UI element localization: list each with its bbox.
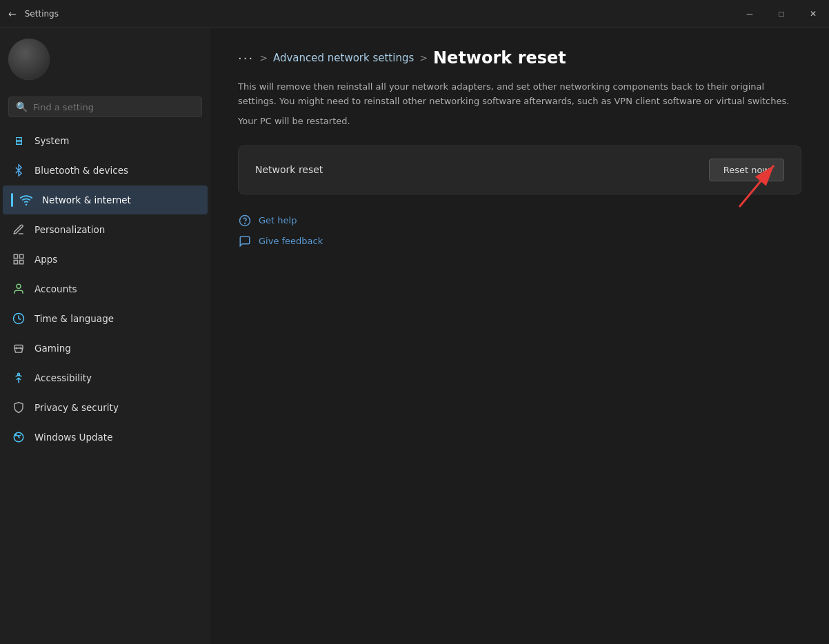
- network-icon: [19, 192, 34, 208]
- sidebar-item-apps[interactable]: Apps: [3, 245, 208, 274]
- sidebar-item-label: System: [34, 135, 69, 146]
- search-icon: 🔍: [16, 101, 28, 112]
- sidebar-item-label: Apps: [34, 254, 57, 265]
- avatar: [8, 39, 50, 80]
- main-sub-description: Your PC will be restarted.: [238, 116, 801, 126]
- time-icon: [11, 311, 26, 326]
- app-container: 🔍 🖥 System Bluetooth & devices: [0, 28, 829, 644]
- search-container: 🔍: [0, 91, 210, 125]
- accounts-icon: [11, 281, 26, 296]
- sidebar-item-label: Personalization: [34, 224, 105, 235]
- sidebar-item-accounts[interactable]: Accounts: [3, 274, 208, 303]
- svg-rect-1: [14, 254, 17, 258]
- give-feedback-icon: [238, 234, 252, 248]
- active-indicator: [11, 193, 13, 207]
- sidebar-item-label: Accounts: [34, 283, 77, 294]
- maximize-button[interactable]: □: [766, 0, 797, 28]
- sidebar-item-label: Accessibility: [34, 372, 92, 383]
- breadcrumb-sep-2: >: [419, 52, 428, 63]
- sidebar-item-label: Privacy & security: [34, 402, 119, 413]
- give-feedback-link[interactable]: Give feedback: [238, 234, 801, 248]
- system-icon: 🖥: [11, 133, 26, 148]
- sidebar-item-gaming[interactable]: Gaming: [3, 334, 208, 363]
- sidebar-item-windows-update[interactable]: Windows Update: [3, 423, 208, 452]
- windows-update-icon: [11, 430, 26, 445]
- close-button[interactable]: ✕: [797, 0, 829, 28]
- titlebar: ← Settings ─ □ ✕: [0, 0, 829, 28]
- get-help-label: Get help: [259, 215, 297, 225]
- sidebar-item-label: Gaming: [34, 343, 71, 354]
- breadcrumb-sep-1: >: [259, 52, 268, 63]
- svg-rect-2: [20, 254, 23, 258]
- sidebar-item-accessibility[interactable]: Accessibility: [3, 363, 208, 392]
- back-icon[interactable]: ←: [8, 8, 17, 19]
- give-feedback-label: Give feedback: [259, 236, 323, 246]
- sidebar-item-label: Windows Update: [34, 432, 112, 443]
- breadcrumb: ··· > Advanced network settings > Networ…: [238, 48, 801, 68]
- breadcrumb-link[interactable]: Advanced network settings: [273, 52, 414, 64]
- sidebar-item-time[interactable]: Time & language: [3, 304, 208, 333]
- minimize-button[interactable]: ─: [734, 0, 766, 28]
- titlebar-controls: ─ □ ✕: [734, 0, 829, 28]
- titlebar-title: Settings: [25, 9, 59, 19]
- user-profile: [0, 28, 210, 91]
- sidebar-item-personalization[interactable]: Personalization: [3, 215, 208, 244]
- sidebar: 🔍 🖥 System Bluetooth & devices: [0, 28, 210, 644]
- reset-card-label: Network reset: [255, 164, 323, 175]
- personalization-icon: [11, 222, 26, 237]
- sidebar-item-label: Bluetooth & devices: [34, 165, 128, 176]
- sidebar-item-network[interactable]: Network & internet: [3, 185, 208, 214]
- sidebar-item-label: Time & language: [34, 313, 114, 324]
- svg-rect-3: [14, 261, 17, 264]
- svg-rect-4: [20, 261, 23, 264]
- titlebar-left: ← Settings: [8, 8, 59, 19]
- svg-point-5: [17, 284, 21, 288]
- sidebar-nav: 🖥 System Bluetooth & devices: [0, 125, 210, 452]
- breadcrumb-current: Network reset: [433, 48, 566, 68]
- help-links: Get help Give feedback: [238, 214, 801, 248]
- bluetooth-icon: [11, 163, 26, 178]
- main-content: ··· > Advanced network settings > Networ…: [210, 28, 829, 644]
- privacy-icon: [11, 400, 26, 415]
- reset-now-button[interactable]: Reset now: [709, 159, 784, 181]
- apps-icon: [11, 252, 26, 267]
- search-box[interactable]: 🔍: [8, 97, 202, 117]
- reset-card: Network reset Reset now: [238, 145, 801, 194]
- search-input[interactable]: [33, 102, 194, 112]
- sidebar-item-bluetooth[interactable]: Bluetooth & devices: [3, 156, 208, 185]
- accessibility-icon: [11, 370, 26, 385]
- sidebar-item-label: Network & internet: [42, 194, 131, 205]
- get-help-link[interactable]: Get help: [238, 214, 801, 228]
- breadcrumb-dots[interactable]: ···: [238, 51, 254, 66]
- get-help-icon: [238, 214, 252, 228]
- main-description: This will remove then reinstall all your…: [238, 80, 801, 109]
- sidebar-item-system[interactable]: 🖥 System: [3, 126, 208, 155]
- gaming-icon: [11, 341, 26, 356]
- sidebar-item-privacy[interactable]: Privacy & security: [3, 393, 208, 422]
